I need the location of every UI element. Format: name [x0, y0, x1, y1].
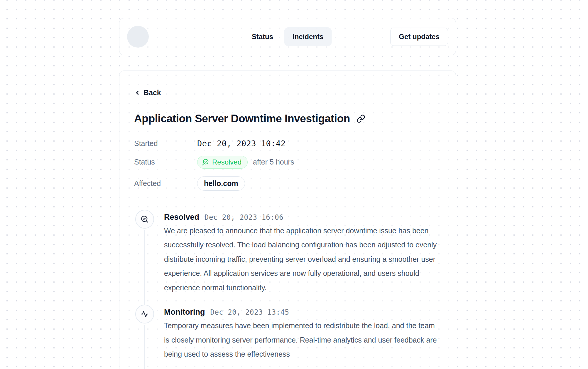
meta-row-affected: Affected hello.com	[134, 176, 441, 191]
meta-row-started: Started Dec 20, 2023 10:42	[134, 139, 441, 148]
status-badge: Resolved	[197, 156, 248, 169]
permalink-icon[interactable]	[356, 114, 365, 123]
tab-status[interactable]: Status	[244, 27, 281, 46]
update-header: Monitoring Dec 20, 2023 13:45	[164, 308, 441, 317]
tab-incidents[interactable]: Incidents	[284, 27, 332, 46]
avatar	[127, 26, 149, 48]
update-timestamp: Dec 20, 2023 16:06	[205, 213, 283, 222]
update-header: Resolved Dec 20, 2023 16:06	[164, 213, 441, 222]
timeline-marker	[135, 210, 154, 229]
get-updates-button[interactable]: Get updates	[390, 28, 448, 46]
page-container: Status Incidents Get updates Back Applic…	[119, 18, 456, 369]
status-duration: after 5 hours	[253, 158, 294, 166]
nav-tabs: Status Incidents	[244, 27, 332, 46]
update-body: We are pleased to announce that the appl…	[164, 224, 441, 295]
update-status: Monitoring	[164, 308, 205, 317]
top-nav-card: Status Incidents Get updates	[119, 18, 456, 55]
update-status: Resolved	[164, 213, 199, 222]
status-badge-label: Resolved	[212, 158, 241, 166]
status-label: Status	[134, 158, 197, 166]
page-title: Application Server Downtime Investigatio…	[134, 113, 350, 125]
timeline-entry-monitoring: Monitoring Dec 20, 2023 13:45 Temporary …	[134, 308, 441, 361]
chevron-left-icon	[134, 90, 141, 96]
affected-label: Affected	[134, 179, 197, 188]
timeline-marker	[135, 305, 154, 323]
activity-icon	[140, 310, 149, 318]
meta-row-status: Status Resolved after 5 hours	[134, 156, 441, 169]
update-body: Temporary measures have been implemented…	[164, 318, 441, 361]
update-timestamp: Dec 20, 2023 13:45	[210, 308, 289, 316]
started-value: Dec 20, 2023 10:42	[197, 139, 286, 148]
incident-meta: Started Dec 20, 2023 10:42 Status Resolv…	[134, 139, 441, 191]
incident-timeline: Resolved Dec 20, 2023 16:06 We are pleas…	[134, 213, 441, 361]
title-row: Application Server Downtime Investigatio…	[134, 113, 441, 125]
affected-component-pill[interactable]: hello.com	[197, 176, 245, 191]
search-check-icon	[140, 215, 149, 224]
back-link[interactable]: Back	[134, 88, 161, 97]
search-check-icon	[202, 158, 209, 166]
back-label: Back	[143, 88, 161, 97]
timeline-entry-resolved: Resolved Dec 20, 2023 16:06 We are pleas…	[134, 213, 441, 295]
divider	[134, 201, 441, 201]
incident-card: Back Application Server Downtime Investi…	[119, 71, 456, 369]
started-label: Started	[134, 139, 197, 148]
